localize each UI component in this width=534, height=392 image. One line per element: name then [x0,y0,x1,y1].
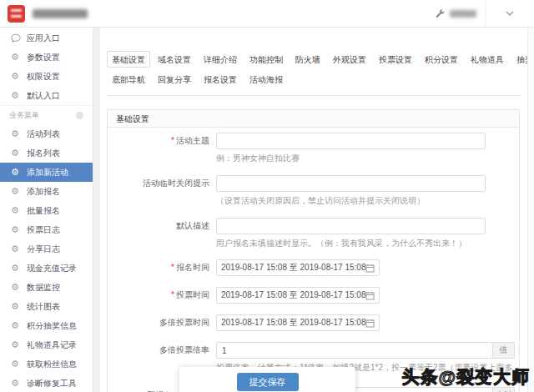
required-mark: * [171,136,174,145]
tab-activity-poster[interactable]: 活动海报 [244,71,288,88]
gear-icon: ⚙ [11,244,23,254]
sidebar-item-activity-list[interactable]: ⚙ 活动列表 [0,124,93,143]
main-content: 基础设置 域名设置 详细介绍 功能控制 防火墙 外观设置 投票设置 积分设置 礼… [100,28,527,392]
field-hint: 例：男神女神自拍比赛 [216,153,486,163]
field-multi-vote-time: 多倍投票时间 2019-08-17 15:08 至 2019-08-17 15:… [108,314,519,331]
sidebar-item-label: 数据监控 [27,282,60,294]
sidebar: 应用入口 ⚙ 参数设置 ⚙ 权限设置 ⚙ 默认入口 业务菜单 ⚙ 活动列表 ⚙ … [0,28,93,392]
temp-close-notice-input[interactable] [216,175,486,192]
default-description-input[interactable] [216,218,486,234]
calendar-icon [365,264,375,273]
section-collapse-icon[interactable] [76,112,83,119]
gear-icon: ⚙ [11,264,23,273]
sidebar-item-add-signup[interactable]: ⚙ 添加报名 [0,182,93,201]
sidebar-item-permission-settings[interactable]: ⚙ 权限设置 [0,67,93,86]
settings-tabs: 基础设置 域名设置 详细介绍 功能控制 防火墙 外观设置 投票设置 积分设置 礼… [107,51,521,96]
top-bar [0,0,534,28]
tab-bottom-nav[interactable]: 底部导航 [107,71,150,88]
multi-vote-time-range-picker[interactable]: 2019-08-17 15:08 至 2019-08-17 15:08 [216,314,380,331]
activity-theme-input[interactable] [216,133,486,149]
tab-points-settings[interactable]: 积分设置 [420,51,463,68]
sidebar-item-label: 投票日志 [27,224,60,236]
multi-vote-rate-input[interactable] [216,342,493,359]
rate-unit-addon: 倍 [493,342,515,359]
date-range-value: 2019-08-17 15:08 至 2019-08-17 15:08 [221,262,365,274]
tab-reply-share[interactable]: 回复分享 [153,71,196,88]
field-temp-close-notice: 活动临时关闭提示 （设置活动关闭原因后，禁止访问活动并提示关闭说明） [108,175,519,206]
sidebar-item-cash-recharge-records[interactable]: ⚙ 现金充值记录 [0,259,93,278]
sidebar-item-share-log[interactable]: ⚙ 分享日志 [0,239,93,259]
gear-icon: ⚙ [11,168,23,177]
gear-icon: ⚙ [11,283,23,292]
panel-title: 基础设置 [108,110,519,128]
gear-icon: ⚙ [11,129,23,138]
gear-icon: ⚙ [11,302,23,311]
page-scrollbar[interactable] [527,28,534,392]
gear-icon: ⚙ [11,72,23,81]
sidebar-item-label: 报名列表 [27,148,60,159]
gear-icon: ⚙ [11,206,23,215]
sidebar-item-points-lottery-info[interactable]: ⚙ 积分抽奖信息 [0,316,93,335]
tab-firewall[interactable]: 防火墙 [290,51,325,68]
required-mark: * [171,263,174,272]
gear-icon: ⚙ [11,379,23,388]
gear-icon: ⚙ [11,91,23,100]
sidebar-item-vote-log[interactable]: ⚙ 投票日志 [0,220,93,239]
sidebar-item-diagnose-repair-tools[interactable]: ⚙ 诊断修复工具 [0,374,93,392]
sidebar-item-label: 现金充值记录 [27,263,77,274]
sidebar-item-label: 获取粉丝信息 [27,359,77,370]
tab-detail-intro[interactable]: 详细介绍 [199,51,242,68]
tab-appearance-settings[interactable]: 外观设置 [328,51,371,68]
tab-function-control[interactable]: 功能控制 [244,51,288,68]
field-label: *活动主题 [108,133,216,163]
gear-icon: ⚙ [11,225,23,234]
sidebar-section-label: 业务菜单 [9,110,39,121]
field-signup-time: *报名时间 2019-08-17 15:08 至 2019-08-17 15:0… [108,259,519,276]
sidebar-item-fans-info[interactable]: ⚙ 获取粉丝信息 [0,354,93,374]
comment-icon [11,33,23,43]
sidebar-item-label: 分享日志 [27,244,60,255]
tab-gift-props[interactable]: 礼物道具 [466,51,509,68]
tools-icon [435,8,446,19]
sidebar-item-signup-list[interactable]: ⚙ 报名列表 [0,143,93,163]
sidebar-item-data-monitor[interactable]: ⚙ 数据监控 [0,278,93,297]
basic-settings-panel: 基础设置 *活动主题 例：男神女神自拍比赛 活动临时关闭提示 （设置活动关闭原因… [107,109,520,392]
sidebar-item-add-activity[interactable]: ⚙ 添加新活动 [0,163,93,182]
save-button[interactable]: 提交保存 [237,373,299,391]
gear-icon: ⚙ [11,187,23,196]
sidebar-item-gift-prop-records[interactable]: ⚙ 礼物道具记录 [0,335,93,354]
tab-basic-settings[interactable]: 基础设置 [107,51,150,68]
sidebar-item-stats-charts[interactable]: ⚙ 统计图表 [0,297,93,316]
tab-domain-settings[interactable]: 域名设置 [153,51,196,68]
field-label: 默认描述 [108,218,216,249]
sidebar-item-app-entry[interactable]: 应用入口 [0,28,93,48]
sidebar-item-label: 诊断修复工具 [27,378,77,389]
vote-time-range-picker[interactable]: 2019-08-17 15:08 至 2019-08-17 15:08 [216,287,380,304]
gear-icon: ⚙ [11,340,23,349]
sidebar-item-label: 添加新活动 [27,167,68,178]
date-range-value: 2019-08-17 15:08 至 2019-08-17 15:08 [221,317,365,329]
tab-vote-settings[interactable]: 投票设置 [374,51,417,68]
sidebar-item-label: 统计图表 [27,301,60,313]
signup-time-range-picker[interactable]: 2019-08-17 15:08 至 2019-08-17 15:08 [216,259,380,276]
tab-signup-settings[interactable]: 报名设置 [199,71,242,88]
sidebar-item-label: 权限设置 [27,71,60,83]
date-range-value: 2019-08-17 15:08 至 2019-08-17 15:08 [221,289,365,301]
sidebar-section-business: 业务菜单 [0,105,93,124]
chevron-down-icon [506,11,514,16]
sidebar-item-param-settings[interactable]: ⚙ 参数设置 [0,48,93,67]
field-hint: （设置活动关闭原因后，禁止访问活动并提示关闭说明） [216,195,486,206]
field-vote-time: *投票时间 2019-08-17 15:08 至 2019-08-17 15:0… [108,287,519,304]
floating-save-bar: 提交保存 [179,367,355,392]
user-menu[interactable] [426,0,485,27]
sidebar-item-default-entry[interactable]: ⚙ 默认入口 [0,86,93,105]
sidebar-item-label: 参数设置 [27,52,60,63]
sidebar-item-label: 活动列表 [27,128,60,140]
sidebar-item-batch-signup[interactable]: ⚙ 批量报名 [0,201,93,220]
account-dropdown[interactable] [486,0,534,27]
sidebar-item-label: 添加报名 [27,186,60,198]
sidebar-item-label: 批量报名 [27,205,60,217]
watermark-text: 头条@裂变大师 [402,365,530,389]
field-label: 活动临时关闭提示 [108,175,216,206]
field-label: 多倍投票时间 [108,314,216,331]
